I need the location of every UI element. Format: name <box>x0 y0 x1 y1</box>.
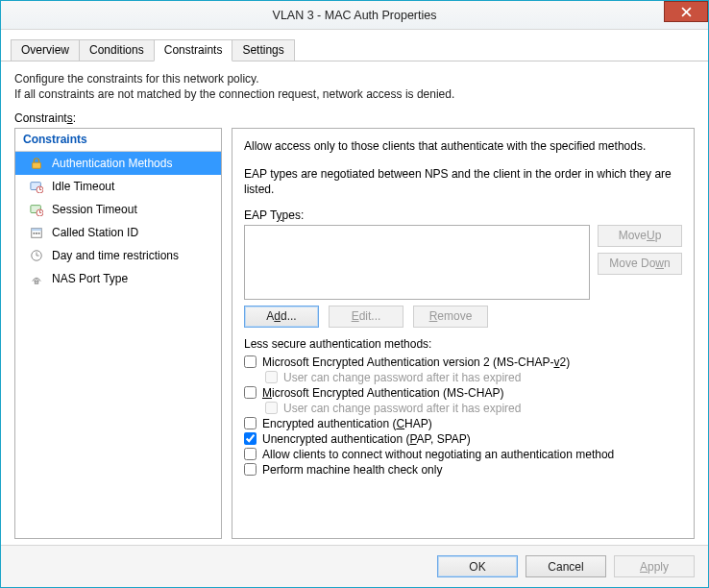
split-pane: Constraints Authentication Methods Idle … <box>14 128 695 539</box>
nav-authentication-methods[interactable]: Authentication Methods <box>15 152 221 175</box>
chk-chap-box[interactable] <box>244 417 257 429</box>
chk-health-only[interactable]: Perform machine health check only <box>244 463 682 477</box>
calendar-icon <box>29 225 44 240</box>
svg-rect-11 <box>35 282 38 284</box>
tab-strip: Overview Conditions Constraints Settings <box>1 30 708 61</box>
properties-dialog: VLAN 3 - MAC Auth Properties Overview Co… <box>0 0 709 588</box>
constraint-detail-panel: Allow access only to those clients that … <box>232 128 695 539</box>
chk-chap[interactable]: Encrypted authentication (CHAP) <box>244 417 682 430</box>
nav-idle-timeout[interactable]: Idle Timeout <box>15 175 221 198</box>
window-title: VLAN 3 - MAC Auth Properties <box>273 9 437 22</box>
chk-mschap-box[interactable] <box>244 386 257 399</box>
close-icon <box>681 7 692 17</box>
chk-no-negotiate[interactable]: Allow clients to connect without negotia… <box>244 448 682 461</box>
move-up-button[interactable]: Move Up <box>598 225 682 247</box>
chk-label: Perform machine health check only <box>262 463 442 477</box>
tab-overview[interactable]: Overview <box>11 39 80 61</box>
constraints-list-header: Constraints <box>15 129 221 152</box>
auth-checkboxes: Microsoft Encrypted Authentication versi… <box>244 355 682 477</box>
nav-item-label: Day and time restrictions <box>52 249 179 262</box>
cancel-button[interactable]: Cancel <box>526 555 606 577</box>
remove-button[interactable]: Remove <box>413 306 488 328</box>
ok-button[interactable]: OK <box>437 555 518 577</box>
nav-nas-port-type[interactable]: NAS Port Type <box>15 267 221 290</box>
session-icon <box>29 202 44 217</box>
svg-rect-7 <box>34 233 36 234</box>
move-down-button[interactable]: Move Down <box>598 253 682 275</box>
intro-line-2: If all constraints are not matched by th… <box>14 86 695 102</box>
nav-item-label: Session Timeout <box>52 203 137 216</box>
lock-icon <box>29 156 44 171</box>
chk-mschap-sub: User can change password after it has ex… <box>244 402 682 415</box>
clock-icon <box>29 248 44 263</box>
nas-icon <box>29 271 44 286</box>
chk-mschap-v2-sub: User can change password after it has ex… <box>244 371 682 384</box>
nav-called-station-id[interactable]: Called Station ID <box>15 221 221 244</box>
less-secure-label: Less secure authentication methods: <box>244 337 682 351</box>
eap-types-row: Move Up Move Down <box>244 225 682 300</box>
chk-no-negotiate-box[interactable] <box>244 448 257 460</box>
svg-rect-8 <box>36 233 37 234</box>
eap-types-label: EAP Types: <box>244 208 682 222</box>
chk-label: Encrypted authentication (CHAP) <box>262 417 432 430</box>
chk-label: Unencrypted authentication (PAP, SPAP) <box>262 432 471 446</box>
idle-icon <box>29 179 44 194</box>
chk-label: Allow clients to connect without negotia… <box>262 448 614 461</box>
eap-types-list[interactable] <box>244 225 590 300</box>
tab-settings[interactable]: Settings <box>232 39 294 61</box>
eap-intro-text: EAP types are negotiated between NPS and… <box>244 166 682 197</box>
chk-label: User can change password after it has ex… <box>283 371 521 384</box>
allow-access-text: Allow access only to those clients that … <box>244 138 682 154</box>
intro-text: Configure the constraints for this netwo… <box>14 71 695 102</box>
chk-mschap[interactable]: Microsoft Encrypted Authentication (MS-C… <box>244 386 682 400</box>
eap-move-buttons: Move Up Move Down <box>598 225 682 300</box>
tab-content: Configure the constraints for this netwo… <box>1 61 708 545</box>
dialog-footer: OK Cancel Apply <box>1 545 708 587</box>
chk-health-only-box[interactable] <box>244 463 257 476</box>
chk-pap-box[interactable] <box>244 432 257 445</box>
nav-item-label: Called Station ID <box>52 226 138 239</box>
nav-day-time-restrictions[interactable]: Day and time restrictions <box>15 244 221 267</box>
svg-rect-6 <box>32 229 42 232</box>
eap-action-buttons: Add... Edit... Remove <box>244 306 682 328</box>
edit-button[interactable]: Edit... <box>329 306 403 328</box>
nav-item-label: Idle Timeout <box>52 180 114 193</box>
chk-label: User can change password after it has ex… <box>283 402 521 415</box>
nav-session-timeout[interactable]: Session Timeout <box>15 198 221 221</box>
chk-mschap-v2-sub-box <box>265 371 278 383</box>
tab-constraints[interactable]: Constraints <box>154 39 233 61</box>
svg-rect-0 <box>33 163 41 169</box>
chk-mschap-sub-box <box>265 402 278 414</box>
chk-mschap-v2-box[interactable] <box>244 355 257 368</box>
chk-label: Microsoft Encrypted Authentication (MS-C… <box>262 386 503 400</box>
titlebar: VLAN 3 - MAC Auth Properties <box>1 1 708 30</box>
chk-mschap-v2[interactable]: Microsoft Encrypted Authentication versi… <box>244 355 682 369</box>
apply-button[interactable]: Apply <box>614 555 695 577</box>
constraints-label: Constraints: <box>14 111 695 125</box>
chk-pap[interactable]: Unencrypted authentication (PAP, SPAP) <box>244 432 682 446</box>
close-button[interactable] <box>664 1 708 22</box>
tab-conditions[interactable]: Conditions <box>79 39 155 61</box>
constraints-list-panel: Constraints Authentication Methods Idle … <box>14 128 222 539</box>
nav-item-label: Authentication Methods <box>52 157 172 170</box>
intro-line-1: Configure the constraints for this netwo… <box>14 71 695 86</box>
nav-item-label: NAS Port Type <box>52 272 128 285</box>
chk-label: Microsoft Encrypted Authentication versi… <box>262 355 570 369</box>
svg-rect-9 <box>38 233 40 234</box>
add-button[interactable]: Add... <box>244 306 319 328</box>
